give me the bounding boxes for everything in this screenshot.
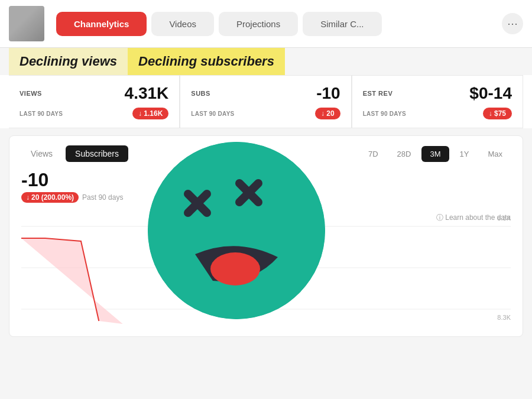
stats-row: VIEWS 4.31K LAST 90 DAYS ↓ 1.16K SUBS -1… (0, 75, 532, 128)
svg-point-6 (148, 142, 325, 319)
time-tab-28d[interactable]: 28D (389, 146, 420, 162)
chart-tabs: Views Subscribers (21, 145, 128, 162)
chart-tab-subscribers[interactable]: Subscribers (66, 145, 128, 162)
views-badge: ↓ 1.16K (132, 108, 168, 119)
tab-projections[interactable]: Projections (219, 12, 298, 36)
tab-channelytics[interactable]: Channelytics (56, 12, 147, 36)
nav-tabs: Channelytics Videos Projections Similar … (56, 12, 496, 36)
more-button[interactable]: ⋯ (502, 13, 523, 34)
tab-videos[interactable]: Videos (151, 12, 214, 36)
views-value: 4.31K (125, 84, 169, 103)
stat-rev: EST REV $0-14 LAST 90 DAYS ↓ $75 (352, 75, 523, 128)
alert-subs: Declining subscribers (128, 48, 285, 75)
subs-value: -10 (316, 84, 340, 103)
emoji-overlay (148, 142, 325, 319)
stat-subs: SUBS -10 LAST 90 DAYS ↓ 20 (180, 75, 351, 128)
y-label-top: 8.3K (497, 215, 511, 222)
metric-badge: ↓ 20 (200.00%) (21, 192, 79, 203)
alert-views: Declining views (9, 48, 128, 75)
tab-similar[interactable]: Similar C... (303, 12, 381, 36)
down-arrow-icon: ↓ (26, 193, 30, 202)
y-label-bottom: 8.3K (497, 314, 511, 321)
chart-tab-views[interactable]: Views (21, 145, 62, 162)
subs-badge: ↓ 20 (315, 108, 340, 119)
views-period: LAST 90 DAYS (20, 111, 63, 117)
svg-point-11 (210, 252, 260, 286)
time-tab-max[interactable]: Max (479, 146, 511, 162)
time-tab-3m[interactable]: 3M (421, 146, 449, 162)
time-tab-1y[interactable]: 1Y (452, 146, 478, 162)
time-tabs: 7D 28D 3M 1Y Max (360, 146, 511, 162)
rev-label: EST REV (363, 90, 393, 97)
metric-badge-text: 20 (200.00%) (31, 193, 74, 202)
avatar (9, 6, 44, 41)
emoji-face (148, 142, 325, 319)
rev-badge: ↓ $75 (483, 108, 512, 119)
rev-period: LAST 90 DAYS (363, 111, 406, 117)
subs-period: LAST 90 DAYS (191, 111, 234, 117)
views-label: VIEWS (20, 90, 42, 97)
top-nav: Channelytics Videos Projections Similar … (0, 0, 532, 48)
stat-views: VIEWS 4.31K LAST 90 DAYS ↓ 1.16K (9, 75, 180, 128)
alerts-row: Declining views Declining subscribers (0, 48, 532, 75)
time-tab-7d[interactable]: 7D (360, 146, 387, 162)
rev-value: $0-14 (469, 84, 512, 103)
subs-label: SUBS (191, 90, 210, 97)
metric-period: Past 90 days (82, 193, 123, 202)
